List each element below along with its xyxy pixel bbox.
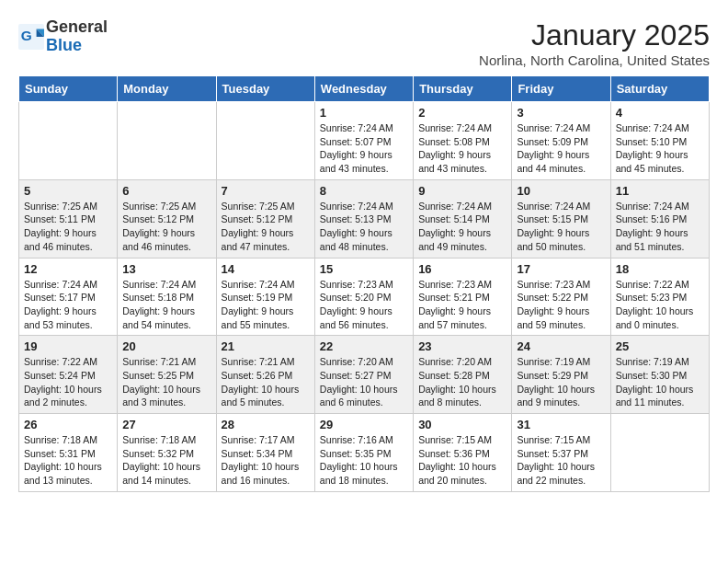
day-number: 28 (222, 418, 310, 431)
day-number: 20 (122, 339, 210, 353)
table-row: 22Sunrise: 7:20 AM Sunset: 5:27 PM Dayli… (314, 336, 413, 414)
day-number: 8 (320, 184, 408, 198)
logo-general: General (46, 18, 108, 37)
day-detail: Sunrise: 7:23 AM Sunset: 5:20 PM Dayligh… (320, 278, 408, 332)
calendar-week-row: 26Sunrise: 7:18 AM Sunset: 5:31 PM Dayli… (19, 414, 710, 492)
day-number: 30 (418, 418, 506, 431)
month-title: January 2025 (479, 18, 710, 52)
calendar-week-row: 12Sunrise: 7:24 AM Sunset: 5:17 PM Dayli… (19, 258, 710, 336)
day-detail: Sunrise: 7:24 AM Sunset: 5:10 PM Dayligh… (616, 121, 704, 176)
day-number: 5 (24, 184, 112, 198)
day-detail: Sunrise: 7:19 AM Sunset: 5:29 PM Dayligh… (517, 355, 605, 409)
day-detail: Sunrise: 7:17 AM Sunset: 5:34 PM Dayligh… (222, 433, 310, 488)
day-detail: Sunrise: 7:18 AM Sunset: 5:32 PM Dayligh… (122, 433, 210, 488)
col-saturday: Saturday (610, 76, 709, 102)
page-container: G General Blue January 2025 Norlina, Nor… (0, 0, 728, 501)
table-row (610, 414, 709, 492)
day-detail: Sunrise: 7:20 AM Sunset: 5:28 PM Dayligh… (418, 355, 506, 409)
day-detail: Sunrise: 7:23 AM Sunset: 5:21 PM Dayligh… (418, 278, 506, 332)
table-row: 19Sunrise: 7:22 AM Sunset: 5:24 PM Dayli… (19, 336, 118, 414)
day-detail: Sunrise: 7:24 AM Sunset: 5:14 PM Dayligh… (418, 200, 506, 254)
day-number: 4 (616, 106, 704, 120)
table-row: 28Sunrise: 7:17 AM Sunset: 5:34 PM Dayli… (216, 414, 314, 492)
day-detail: Sunrise: 7:25 AM Sunset: 5:11 PM Dayligh… (24, 200, 112, 254)
calendar-week-row: 5Sunrise: 7:25 AM Sunset: 5:11 PM Daylig… (19, 179, 710, 258)
day-detail: Sunrise: 7:18 AM Sunset: 5:31 PM Dayligh… (24, 433, 112, 488)
table-row: 25Sunrise: 7:19 AM Sunset: 5:30 PM Dayli… (610, 336, 709, 414)
day-number: 19 (24, 339, 112, 353)
day-number: 12 (24, 262, 112, 276)
day-detail: Sunrise: 7:15 AM Sunset: 5:36 PM Dayligh… (418, 433, 506, 488)
day-number: 2 (418, 106, 506, 120)
table-row (19, 102, 118, 180)
logo: G General Blue (18, 18, 108, 55)
header: G General Blue January 2025 Norlina, Nor… (18, 18, 710, 68)
day-detail: Sunrise: 7:25 AM Sunset: 5:12 PM Dayligh… (122, 200, 210, 254)
table-row: 23Sunrise: 7:20 AM Sunset: 5:28 PM Dayli… (414, 336, 512, 414)
table-row: 1Sunrise: 7:24 AM Sunset: 5:07 PM Daylig… (314, 102, 413, 180)
table-row: 15Sunrise: 7:23 AM Sunset: 5:20 PM Dayli… (314, 258, 413, 336)
day-detail: Sunrise: 7:19 AM Sunset: 5:30 PM Dayligh… (616, 355, 704, 409)
calendar-header-row: Sunday Monday Tuesday Wednesday Thursday… (19, 76, 710, 102)
day-number: 9 (418, 184, 506, 198)
day-number: 15 (320, 262, 408, 276)
day-detail: Sunrise: 7:24 AM Sunset: 5:07 PM Dayligh… (320, 121, 408, 176)
location-title: Norlina, North Carolina, United States (479, 52, 710, 68)
table-row: 29Sunrise: 7:16 AM Sunset: 5:35 PM Dayli… (314, 414, 413, 492)
col-friday: Friday (512, 76, 610, 102)
day-detail: Sunrise: 7:24 AM Sunset: 5:15 PM Dayligh… (517, 200, 605, 254)
col-monday: Monday (118, 76, 216, 102)
logo-icon: G (18, 24, 44, 50)
table-row: 10Sunrise: 7:24 AM Sunset: 5:15 PM Dayli… (512, 179, 610, 258)
day-number: 1 (320, 106, 408, 120)
logo-blue: Blue (46, 37, 108, 55)
day-detail: Sunrise: 7:16 AM Sunset: 5:35 PM Dayligh… (320, 433, 408, 488)
table-row: 24Sunrise: 7:19 AM Sunset: 5:29 PM Dayli… (512, 336, 610, 414)
table-row: 12Sunrise: 7:24 AM Sunset: 5:17 PM Dayli… (19, 258, 118, 336)
table-row: 3Sunrise: 7:24 AM Sunset: 5:09 PM Daylig… (512, 102, 610, 180)
day-detail: Sunrise: 7:15 AM Sunset: 5:37 PM Dayligh… (517, 433, 605, 488)
day-detail: Sunrise: 7:22 AM Sunset: 5:23 PM Dayligh… (616, 278, 704, 332)
table-row: 9Sunrise: 7:24 AM Sunset: 5:14 PM Daylig… (414, 179, 512, 258)
col-sunday: Sunday (19, 76, 118, 102)
table-row: 26Sunrise: 7:18 AM Sunset: 5:31 PM Dayli… (19, 414, 118, 492)
day-number: 16 (418, 262, 506, 276)
day-number: 22 (320, 339, 408, 353)
title-block: January 2025 Norlina, North Carolina, Un… (479, 18, 710, 68)
calendar-table: Sunday Monday Tuesday Wednesday Thursday… (18, 75, 710, 492)
day-detail: Sunrise: 7:22 AM Sunset: 5:24 PM Dayligh… (24, 355, 112, 409)
day-number: 17 (517, 262, 605, 276)
day-number: 13 (122, 262, 210, 276)
day-detail: Sunrise: 7:25 AM Sunset: 5:12 PM Dayligh… (222, 200, 310, 254)
col-wednesday: Wednesday (314, 76, 413, 102)
day-number: 26 (24, 418, 112, 431)
table-row: 17Sunrise: 7:23 AM Sunset: 5:22 PM Dayli… (512, 258, 610, 336)
calendar-week-row: 1Sunrise: 7:24 AM Sunset: 5:07 PM Daylig… (19, 102, 710, 180)
day-detail: Sunrise: 7:21 AM Sunset: 5:26 PM Dayligh… (222, 355, 310, 409)
table-row (216, 102, 314, 180)
day-detail: Sunrise: 7:20 AM Sunset: 5:27 PM Dayligh… (320, 355, 408, 409)
day-number: 31 (517, 418, 605, 431)
day-detail: Sunrise: 7:24 AM Sunset: 5:16 PM Dayligh… (616, 200, 704, 254)
day-number: 29 (320, 418, 408, 431)
table-row: 14Sunrise: 7:24 AM Sunset: 5:19 PM Dayli… (216, 258, 314, 336)
table-row: 18Sunrise: 7:22 AM Sunset: 5:23 PM Dayli… (610, 258, 709, 336)
table-row: 5Sunrise: 7:25 AM Sunset: 5:11 PM Daylig… (19, 179, 118, 258)
day-detail: Sunrise: 7:24 AM Sunset: 5:18 PM Dayligh… (122, 278, 210, 332)
day-number: 18 (616, 262, 704, 276)
day-number: 3 (517, 106, 605, 120)
day-detail: Sunrise: 7:23 AM Sunset: 5:22 PM Dayligh… (517, 278, 605, 332)
table-row: 11Sunrise: 7:24 AM Sunset: 5:16 PM Dayli… (610, 179, 709, 258)
table-row: 6Sunrise: 7:25 AM Sunset: 5:12 PM Daylig… (118, 179, 216, 258)
table-row: 16Sunrise: 7:23 AM Sunset: 5:21 PM Dayli… (414, 258, 512, 336)
day-number: 25 (616, 339, 704, 353)
table-row: 31Sunrise: 7:15 AM Sunset: 5:37 PM Dayli… (512, 414, 610, 492)
table-row: 13Sunrise: 7:24 AM Sunset: 5:18 PM Dayli… (118, 258, 216, 336)
day-detail: Sunrise: 7:24 AM Sunset: 5:08 PM Dayligh… (418, 121, 506, 176)
table-row: 27Sunrise: 7:18 AM Sunset: 5:32 PM Dayli… (118, 414, 216, 492)
day-number: 10 (517, 184, 605, 198)
day-detail: Sunrise: 7:24 AM Sunset: 5:13 PM Dayligh… (320, 200, 408, 254)
calendar-week-row: 19Sunrise: 7:22 AM Sunset: 5:24 PM Dayli… (19, 336, 710, 414)
day-detail: Sunrise: 7:21 AM Sunset: 5:25 PM Dayligh… (122, 355, 210, 409)
day-number: 21 (222, 339, 310, 353)
